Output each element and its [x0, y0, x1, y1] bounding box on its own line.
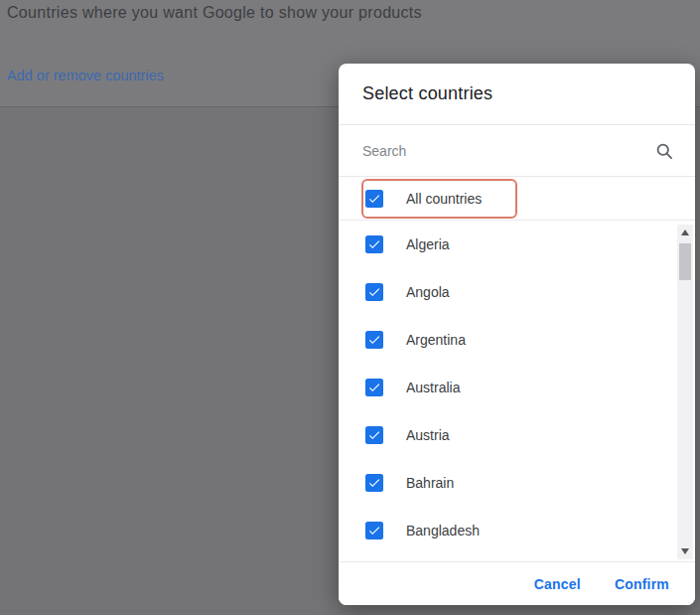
country-label: Austria — [406, 427, 450, 443]
country-checkbox[interactable] — [365, 235, 383, 253]
scrollbar-down-icon[interactable] — [677, 543, 693, 559]
cancel-button[interactable]: Cancel — [532, 570, 583, 598]
country-checkbox[interactable] — [365, 426, 383, 444]
add-or-remove-countries-link[interactable]: Add or remove countries — [7, 68, 164, 83]
dialog-footer: Cancel Confirm — [339, 561, 695, 605]
all-countries-checkbox[interactable] — [365, 190, 383, 208]
country-row-argentina[interactable]: Argentina — [339, 316, 695, 364]
country-label: Algeria — [406, 236, 450, 252]
country-label: Bahrain — [406, 475, 454, 491]
country-checkbox[interactable] — [365, 283, 383, 301]
all-countries-row[interactable]: All countries — [339, 177, 695, 221]
country-checkbox[interactable] — [365, 331, 383, 349]
dialog-header: Select countries — [339, 64, 695, 125]
country-row-australia[interactable]: Australia — [339, 364, 695, 411]
search-input[interactable] — [362, 143, 654, 159]
search-row — [339, 125, 695, 177]
country-checkbox[interactable] — [365, 522, 383, 539]
page-title: Countries where you want Google to show … — [7, 4, 422, 22]
all-countries-label: All countries — [406, 191, 482, 207]
country-row-angola[interactable]: Angola — [339, 268, 695, 316]
country-label: Argentina — [406, 332, 466, 348]
country-row-austria[interactable]: Austria — [339, 411, 695, 459]
country-label: Angola — [406, 284, 450, 300]
search-icon[interactable] — [654, 141, 674, 161]
country-label: Bangladesh — [406, 523, 480, 538]
country-list: Algeria Angola Argentina Australia Austr… — [339, 221, 695, 558]
country-checkbox[interactable] — [365, 474, 383, 492]
confirm-button[interactable]: Confirm — [613, 570, 671, 598]
country-label: Australia — [406, 380, 460, 395]
country-row-bangladesh[interactable]: Bangladesh — [339, 507, 695, 554]
dialog-title: Select countries — [362, 83, 492, 104]
scrollbar-up-icon[interactable] — [677, 225, 693, 240]
country-row-algeria[interactable]: Algeria — [339, 221, 695, 268]
scrollbar-thumb[interactable] — [679, 243, 691, 280]
select-countries-dialog: Select countries All countries Algeria — [339, 64, 695, 605]
list-scrollbar[interactable] — [677, 225, 693, 559]
country-checkbox[interactable] — [365, 379, 383, 396]
country-row-bahrain[interactable]: Bahrain — [339, 459, 695, 507]
